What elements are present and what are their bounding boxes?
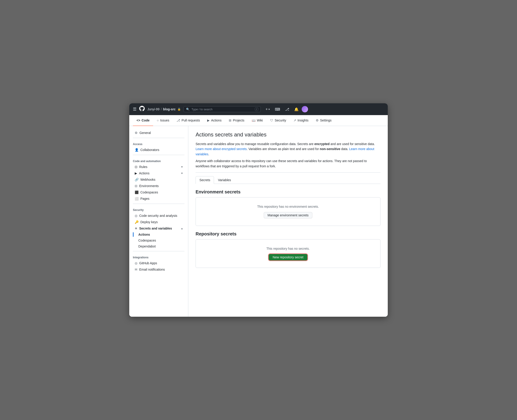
sidebar-item-general[interactable]: ⚙ General <box>131 130 186 136</box>
projects-icon: ⊞ <box>229 119 231 122</box>
tab-projects[interactable]: ⊞ Projects <box>225 115 248 126</box>
sidebar-item-webhooks[interactable]: 🔗 Webhooks <box>131 176 186 183</box>
sidebar-sub-item-actions[interactable]: Actions <box>137 232 186 238</box>
reponame[interactable]: blog-src <box>163 107 175 111</box>
tab-code-label: Code <box>142 119 150 122</box>
sidebar-sub-item-dependabot[interactable]: Dependabot <box>137 243 186 249</box>
env-secrets-title: Environment secrets <box>196 189 380 195</box>
tab-issues[interactable]: ○ Issues <box>153 115 173 126</box>
tab-settings[interactable]: ⚙ Settings <box>312 115 335 126</box>
desc-bold-nonsensitive: non-sensitive <box>320 147 340 151</box>
separator: / <box>161 107 162 111</box>
sidebar-item-rules[interactable]: ⊡ Rules ▾ <box>131 164 186 170</box>
sidebar-section-security: Security <box>129 206 188 212</box>
sidebar-item-code-security[interactable]: ◎ Code security and analysis <box>131 212 186 219</box>
github-logo <box>139 106 145 112</box>
sidebar-item-deploy-keys[interactable]: 🔑 Deploy keys <box>131 219 186 225</box>
github-apps-icon: ◎ <box>135 261 137 265</box>
environments-label: Environments <box>139 184 159 188</box>
plus-button[interactable]: + ▾ <box>264 106 272 112</box>
encrypted-secrets-link[interactable]: Learn more about encrypted secrets <box>196 147 247 151</box>
notifications-button[interactable]: 🔔 <box>292 106 301 112</box>
tab-insights[interactable]: ↗ Insights <box>290 115 312 126</box>
tab-pull-requests[interactable]: ⎇ Pull requests <box>173 115 204 126</box>
tab-wiki[interactable]: 📖 Wiki <box>248 115 266 126</box>
chevron-down-icon: ▾ <box>181 165 183 168</box>
people-icon: 👤 <box>135 148 138 152</box>
codespaces-icon: ⬛ <box>135 190 138 194</box>
insights-icon: ↗ <box>294 119 296 122</box>
search-bar[interactable]: 🔍 Type / to search / <box>183 106 261 112</box>
repo-breadcrumb: Junyi-99 / blog-src 🔒 <box>147 107 181 111</box>
env-secrets-box: This repository has no environment secre… <box>196 197 380 226</box>
tab-wiki-label: Wiki <box>257 119 263 122</box>
general-label: General <box>139 131 151 135</box>
sidebar-item-secrets-variables[interactable]: ✳ Secrets and variables ▴ <box>131 225 186 232</box>
collaborators-label: Collaborators <box>140 148 159 152</box>
pages-icon: ⬜ <box>135 197 138 201</box>
tab-insights-label: Insights <box>297 119 308 122</box>
pull-request-icon: ⎇ <box>285 107 289 112</box>
new-repository-secret-button[interactable]: New repository secret <box>269 254 307 260</box>
desc-post3: data. <box>340 147 349 151</box>
actions-sidebar-label: Actions <box>139 171 150 175</box>
sidebar-item-pages[interactable]: ⬜ Pages <box>131 195 186 202</box>
codespaces-sub-label: Codespaces <box>138 239 156 242</box>
sidebar-section-code-automation: Code and automation <box>129 157 188 164</box>
sidebar-section-integrations: Integrations <box>129 253 188 260</box>
content-tabs-bar: Secrets Variables <box>196 176 380 184</box>
desc-pre: Secrets and variables allow you to manag… <box>196 142 314 146</box>
page-title: Actions secrets and variables <box>196 131 380 138</box>
secrets-icon: ✳ <box>135 227 137 230</box>
bell-icon: 🔔 <box>294 107 299 112</box>
chevron-down-icon-actions: ▾ <box>181 172 183 175</box>
code-icon: <> <box>137 119 140 122</box>
settings-icon: ⚙ <box>316 119 319 122</box>
description-box: Secrets and variables allow you to manag… <box>196 142 380 172</box>
search-icon: 🔍 <box>186 108 190 111</box>
environments-icon: ⊟ <box>135 184 137 188</box>
search-text: Type / to search <box>191 108 253 111</box>
deploy-keys-label: Deploy keys <box>140 220 158 224</box>
webhooks-icon: 🔗 <box>135 178 138 181</box>
tab-variables[interactable]: Variables <box>214 176 235 184</box>
desc-post2: . Variables are shown as plain text and … <box>247 147 320 151</box>
terminal-button[interactable]: ⌨ <box>273 106 282 112</box>
pull-request-button[interactable]: ⎇ <box>283 106 291 112</box>
actions-sub-label: Actions <box>138 233 150 236</box>
tab-actions[interactable]: ▶ Actions <box>204 115 225 126</box>
env-secrets-empty-text: This repository has no environment secre… <box>203 205 373 208</box>
chevron-up-icon: ▴ <box>181 227 183 230</box>
codespaces-label: Codespaces <box>140 190 158 194</box>
rules-icon: ⊡ <box>135 165 137 169</box>
sidebar-item-codespaces[interactable]: ⬛ Codespaces <box>131 189 186 195</box>
sidebar-item-environments[interactable]: ⊟ Environments <box>131 183 186 189</box>
sidebar-section-access: Access <box>129 140 188 147</box>
desc-end: . <box>208 152 209 156</box>
pages-label: Pages <box>140 197 150 201</box>
tab-code[interactable]: <> Code <box>133 115 153 126</box>
email-icon: ✉ <box>135 268 137 271</box>
terminal-icon: ⌨ <box>275 107 280 112</box>
sidebar-item-github-apps[interactable]: ◎ GitHub Apps <box>131 260 186 266</box>
key-icon: 🔑 <box>135 220 138 224</box>
manage-env-secrets-button[interactable]: Manage environment secrets <box>264 212 312 218</box>
sidebar-sub-item-codespaces[interactable]: Codespaces <box>137 238 186 243</box>
sidebar-item-actions[interactable]: ▶ Actions ▾ <box>131 170 186 176</box>
github-apps-label: GitHub Apps <box>139 261 157 265</box>
rules-label: Rules <box>139 165 147 169</box>
tab-issues-label: Issues <box>160 119 169 122</box>
tab-security[interactable]: 🛡 Security <box>266 115 290 126</box>
tab-secrets[interactable]: Secrets <box>196 176 214 184</box>
username[interactable]: Junyi-99 <box>147 107 160 111</box>
desc-bold-encrypted: encrypted <box>314 142 330 146</box>
email-notifications-label: Email notifications <box>139 268 165 271</box>
security-icon: 🛡 <box>270 119 273 122</box>
repo-secrets-empty-text: This repository has no secrets. <box>203 247 373 250</box>
sidebar-item-email-notifications[interactable]: ✉ Email notifications <box>131 266 186 273</box>
avatar[interactable] <box>302 106 308 112</box>
secrets-variables-label: Secrets and variables <box>139 227 172 230</box>
sidebar-item-collaborators[interactable]: 👤 Collaborators <box>131 147 186 153</box>
hamburger-icon[interactable]: ☰ <box>133 107 137 112</box>
tab-actions-label: Actions <box>211 119 221 122</box>
